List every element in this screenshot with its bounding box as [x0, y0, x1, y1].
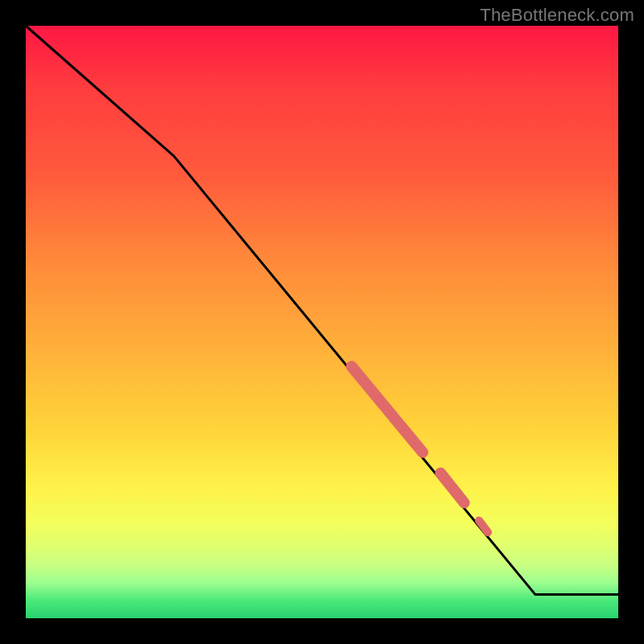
- highlighted-segments: [352, 366, 488, 532]
- highlight-segment: [440, 473, 464, 503]
- highlight-segment: [352, 366, 423, 452]
- curve-line: [26, 26, 618, 595]
- chart-frame: TheBottleneck.com: [0, 0, 644, 644]
- watermark-text: TheBottleneck.com: [480, 5, 634, 26]
- highlight-segment: [479, 521, 488, 533]
- chart-overlay: [26, 26, 618, 618]
